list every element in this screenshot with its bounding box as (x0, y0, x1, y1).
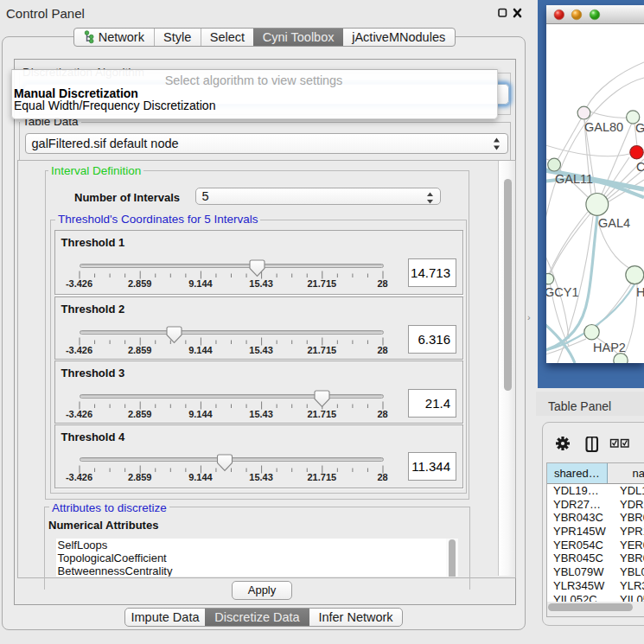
svg-text:H: H (636, 285, 644, 299)
svg-text:GAL11: GAL11 (555, 172, 593, 186)
svg-text:C: C (636, 160, 644, 174)
svg-text:GA: GA (635, 121, 644, 135)
svg-text:HAP2: HAP2 (593, 341, 626, 354)
svg-text:GCY1: GCY1 (546, 285, 579, 299)
svg-text:GAL4: GAL4 (598, 216, 630, 230)
svg-text:GAL80: GAL80 (584, 120, 623, 134)
